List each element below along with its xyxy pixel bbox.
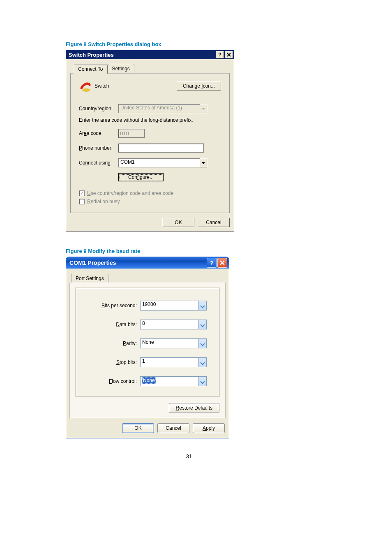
chevron-down-icon[interactable] <box>199 376 207 386</box>
parity-select[interactable]: None <box>140 338 207 348</box>
chevron-down-icon[interactable] <box>199 301 207 311</box>
chevron-down-icon[interactable] <box>199 320 207 329</box>
titlebar: COM1 Properties ? <box>66 257 229 269</box>
switch-properties-dialog: Switch Properties ? Connect To Settings … <box>66 50 234 232</box>
svg-point-0 <box>82 88 90 92</box>
apply-button[interactable]: Apply <box>193 423 225 433</box>
flow-control-label: Flow control: <box>83 378 140 384</box>
page-number: 31 <box>66 453 312 459</box>
stop-bits-label: Stop bits: <box>83 359 140 365</box>
close-button[interactable] <box>217 258 227 268</box>
help-button[interactable]: ? <box>216 51 224 58</box>
area-code-label: Area code: <box>79 130 118 136</box>
country-label: Country/region: <box>79 106 118 111</box>
area-code-input[interactable] <box>118 129 145 138</box>
com1-properties-dialog: COM1 Properties ? Port Settings Bits per… <box>66 257 229 438</box>
change-icon-button[interactable]: Change Icon... <box>177 81 221 90</box>
data-bits-select[interactable]: 8 <box>140 320 207 329</box>
ok-button[interactable]: OK <box>122 423 154 433</box>
cancel-button[interactable]: Cancel <box>157 423 189 433</box>
stop-bits-select[interactable]: 1 <box>140 357 207 367</box>
settings-group: Bits per second: 19200 Data bits: 8 Pari… <box>76 288 219 396</box>
bits-per-second-select[interactable]: 19200 <box>140 301 207 311</box>
restore-defaults-button[interactable]: Restore Defaults <box>169 403 219 413</box>
phone-label: Phone number: <box>79 145 118 151</box>
connect-using-select[interactable]: COM1 <box>118 158 200 167</box>
connection-icon <box>79 79 92 93</box>
use-country-code-checkbox[interactable]: ✓ Use country/region code and area code <box>79 190 221 196</box>
flow-control-select[interactable]: None <box>140 376 207 386</box>
country-select[interactable]: United States of America (1) <box>118 104 200 113</box>
connection-name: Switch <box>95 83 109 89</box>
redial-on-busy-checkbox[interactable]: Redial on busy <box>79 199 221 204</box>
figure9-caption: Figure 9 Modify the baud rate <box>66 248 312 254</box>
phone-input[interactable] <box>118 144 204 153</box>
chevron-down-icon[interactable] <box>199 357 207 367</box>
ok-button[interactable]: OK <box>162 218 194 227</box>
cancel-button[interactable]: Cancel <box>198 218 230 227</box>
chevron-down-icon[interactable] <box>199 338 207 348</box>
help-button[interactable]: ? <box>207 258 217 268</box>
tab-settings[interactable]: Settings <box>108 64 134 73</box>
configure-button[interactable]: Configure... <box>118 173 164 181</box>
bits-per-second-label: Bits per second: <box>83 303 140 308</box>
close-button[interactable] <box>225 51 233 58</box>
dropdown-arrow-icon[interactable] <box>200 104 207 113</box>
figure8-caption: Figure 8 Switch Properties dialog box <box>66 41 312 47</box>
tab-port-settings[interactable]: Port Settings <box>71 274 108 283</box>
data-bits-label: Data bits: <box>83 322 140 327</box>
parity-label: Parity: <box>83 341 140 346</box>
area-code-hint: Enter the area code without the long-dis… <box>79 117 221 123</box>
titlebar: Switch Properties ? <box>66 50 234 59</box>
tab-connect-to[interactable]: Connect To <box>74 64 108 74</box>
dialog-title: COM1 Properties <box>69 260 206 266</box>
connect-using-label: Connect using: <box>79 160 118 166</box>
dialog-title: Switch Properties <box>69 52 215 58</box>
dropdown-arrow-icon[interactable] <box>200 158 207 167</box>
